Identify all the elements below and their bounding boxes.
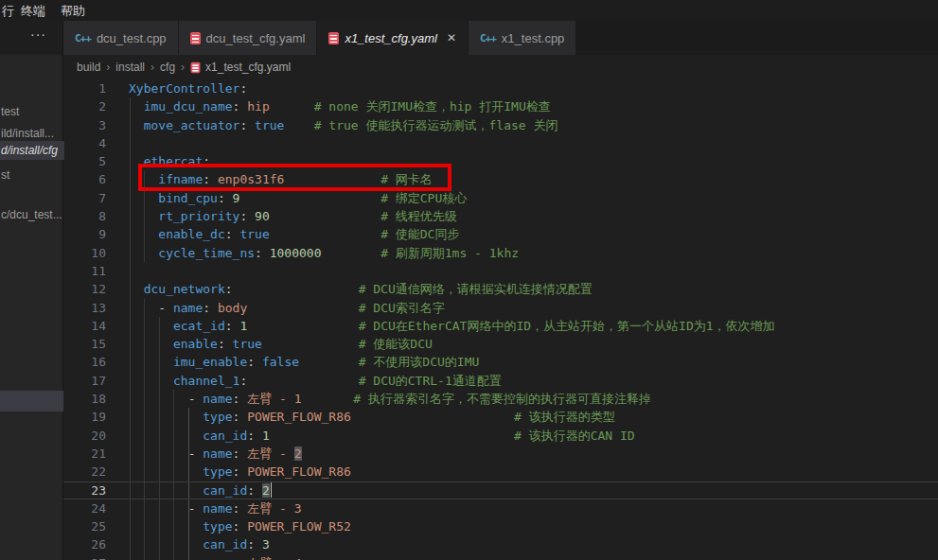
code-line[interactable]: 24 - name: 左臂 - 3: [63, 499, 938, 517]
code-text: type: POWER_FLOW_R86 # 该执行器的类型: [129, 408, 615, 426]
code-line[interactable]: 22 type: POWER_FLOW_R86: [63, 463, 938, 481]
code-line[interactable]: 17 channel_1: # DCU的CTRL-1通道配置: [63, 372, 938, 390]
breadcrumb-file[interactable]: x1_test_cfg.yaml: [205, 61, 291, 74]
code-text: enable_dc: true # 使能DC同步: [129, 225, 459, 243]
code-line[interactable]: 13 - name: body # DCU索引名字: [63, 299, 938, 317]
sidebar-item[interactable]: c/dcu_test...: [1, 208, 63, 221]
breadcrumb-segment[interactable]: build: [77, 61, 100, 74]
yaml-file-icon: [328, 32, 339, 44]
code-line[interactable]: 25 type: POWER_FLOW_R52: [63, 517, 938, 535]
code-text: enable: true # 使能该DCU: [129, 335, 433, 353]
code-line[interactable]: 8 rt_priority: 90 # 线程优先级: [63, 207, 938, 225]
code-line[interactable]: 1XyberController:: [63, 79, 938, 97]
code-line[interactable]: 16 imu_enable: false # 不使用该DCU的IMU: [63, 353, 938, 371]
line-number: 18: [63, 390, 106, 408]
tab-label: dcu_test.cpp: [97, 31, 167, 45]
menu-item[interactable]: 行: [2, 3, 14, 20]
cpp-file-icon: C++: [480, 32, 496, 44]
code-text: bind_cpu: 9 # 绑定CPU核心: [129, 189, 467, 207]
code-line[interactable]: 7 bind_cpu: 9 # 绑定CPU核心: [63, 189, 938, 207]
breadcrumb-segment[interactable]: cfg: [160, 61, 175, 74]
line-number: 16: [63, 353, 106, 371]
editor[interactable]: 1XyberController:2 imu_dcu_name: hip # n…: [63, 79, 938, 560]
code-text: - name: 左臂 - 1 # 执行器索引名字，不需要控制的执行器可直接注释掉: [129, 390, 651, 408]
line-number: 13: [63, 299, 106, 317]
code-line[interactable]: 19 type: POWER_FLOW_R86 # 该执行器的类型: [63, 408, 938, 426]
code-line[interactable]: 4: [63, 134, 938, 152]
yaml-file-icon: [191, 61, 201, 73]
line-number: 25: [63, 517, 106, 535]
code-text: move_actuator: true # true 使能执行器运动测试，fla…: [129, 116, 557, 134]
sidebar-selection-band[interactable]: [0, 391, 63, 411]
code-text: dcu_network: # DCU通信网络，请根据实机连接情况配置: [129, 280, 593, 298]
code-line[interactable]: 27 - name: 左臂 - 4: [63, 554, 938, 560]
sidebar-item[interactable]: st: [1, 168, 63, 182]
line-number: 2: [63, 97, 106, 115]
code-line[interactable]: 20 can_id: 1 # 该执行器的CAN ID: [63, 427, 938, 445]
code-line[interactable]: 26 can_id: 3: [63, 535, 938, 553]
code-line[interactable]: 12 dcu_network: # DCU通信网络，请根据实机连接情况配置: [63, 280, 938, 298]
line-number: 19: [63, 408, 106, 426]
code-area: 1XyberController:2 imu_dcu_name: hip # n…: [63, 79, 938, 560]
line-number: 20: [63, 427, 106, 445]
code-text: type: POWER_FLOW_R86: [129, 463, 351, 481]
line-number: 4: [63, 134, 106, 152]
sidebar-item[interactable]: d/install/cfg: [0, 141, 64, 160]
code-line[interactable]: 15 enable: true # 使能该DCU: [63, 335, 938, 353]
tab-x1_test_cfg.yaml[interactable]: x1_test_cfg.yaml✕: [317, 21, 468, 55]
code-text: rt_priority: 90 # 线程优先级: [129, 207, 457, 225]
sidebar-item[interactable]: ild/install...: [1, 127, 63, 140]
line-number: 26: [63, 535, 106, 553]
code-text: ethercat:: [129, 152, 210, 170]
menu-bar: 行终端帮助: [0, 0, 938, 21]
line-number: 1: [63, 79, 106, 97]
line-number: 7: [63, 189, 106, 207]
code-line[interactable]: 18 - name: 左臂 - 1 # 执行器索引名字，不需要控制的执行器可直接…: [63, 390, 938, 408]
code-text: type: POWER_FLOW_R52: [129, 517, 351, 535]
code-text: can_id: 3: [129, 535, 270, 553]
code-text: cycle_time_ns: 1000000 # 刷新周期1ms - 1khz: [129, 244, 519, 262]
close-icon[interactable]: ✕: [447, 31, 456, 44]
code-line[interactable]: 23 can_id: 2: [63, 481, 938, 499]
sidebar-header: ···: [0, 21, 62, 55]
chevron-separator-icon: ›: [181, 61, 185, 74]
line-number: 6: [63, 170, 106, 188]
code-text: imu_enable: false # 不使用该DCU的IMU: [129, 353, 479, 371]
code-line[interactable]: 11: [63, 262, 938, 280]
line-number: 8: [63, 207, 106, 225]
line-number: 24: [63, 499, 106, 517]
code-text: - name: 左臂 - 4: [129, 554, 302, 560]
code-text: ecat_id: 1 # DCU在EtherCAT网络中的ID，从主站开始，第一…: [129, 317, 775, 335]
code-text: ifname: enp0s31f6 # 网卡名: [129, 170, 433, 188]
breadcrumb-segment[interactable]: install: [115, 61, 145, 74]
sidebar-item[interactable]: test: [1, 105, 63, 118]
code-line[interactable]: 2 imu_dcu_name: hip # none 关闭IMU检查，hip 打…: [63, 97, 938, 115]
chevron-separator-icon: ›: [106, 61, 110, 74]
code-line[interactable]: 3 move_actuator: true # true 使能执行器运动测试，f…: [63, 116, 938, 134]
tab-dcu_test.cpp[interactable]: C++dcu_test.cpp: [63, 21, 178, 55]
tab-label: x1_test_cfg.yaml: [345, 31, 437, 45]
code-text: imu_dcu_name: hip # none 关闭IMU检查，hip 打开I…: [129, 97, 551, 115]
tab-dcu_test_cfg.yaml[interactable]: dcu_test_cfg.yaml: [179, 21, 317, 55]
more-actions-icon[interactable]: ···: [30, 26, 46, 42]
code-line[interactable]: 10 cycle_time_ns: 1000000 # 刷新周期1ms - 1k…: [63, 244, 938, 262]
code-text: XyberController:: [129, 79, 247, 97]
yaml-file-icon: [190, 32, 201, 44]
menu-item[interactable]: 终端: [21, 3, 45, 20]
line-number: 5: [63, 152, 106, 170]
line-number: 12: [63, 280, 106, 298]
chevron-separator-icon: ›: [150, 61, 154, 74]
code-line[interactable]: 5 ethercat:: [63, 152, 938, 170]
code-line[interactable]: 21 - name: 左臂 - 2: [63, 445, 938, 463]
line-number: 10: [63, 244, 106, 262]
breadcrumb: build›install›cfg›x1_test_cfg.yaml: [63, 55, 938, 79]
code-line[interactable]: 14 ecat_id: 1 # DCU在EtherCAT网络中的ID，从主站开始…: [63, 317, 938, 335]
line-number: 23: [63, 481, 106, 499]
code-line[interactable]: 9 enable_dc: true # 使能DC同步: [63, 225, 938, 243]
code-line[interactable]: 6 ifname: enp0s31f6 # 网卡名: [63, 170, 938, 188]
line-number: 14: [63, 317, 106, 335]
tab-x1_test.cpp[interactable]: C++x1_test.cpp: [469, 21, 575, 55]
menu-item[interactable]: 帮助: [61, 3, 85, 20]
sidebar: ··· testild/install...d/install/cfgstc/d…: [0, 21, 63, 560]
line-number: 17: [63, 372, 106, 390]
